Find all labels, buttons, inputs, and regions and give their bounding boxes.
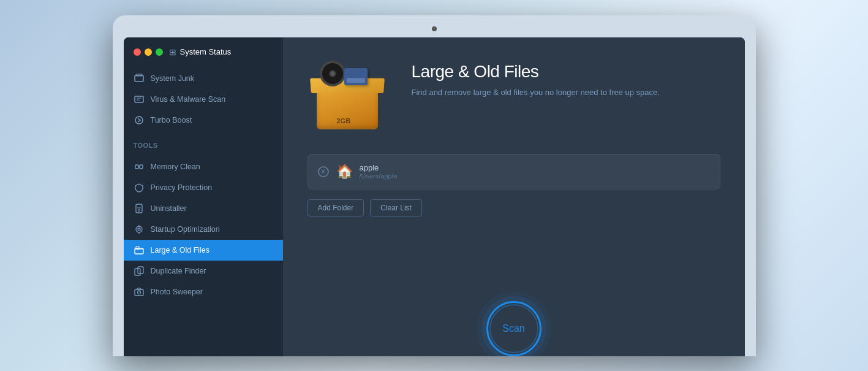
sidebar: ⊞ System Status System Junk [124, 37, 283, 356]
sidebar-item-large-old-files[interactable]: Large & Old Files [124, 240, 283, 261]
sidebar-label-large-old-files: Large & Old Files [151, 246, 210, 254]
sidebar-header: ⊞ System Status [124, 37, 283, 63]
svg-point-11 [138, 209, 140, 211]
startup-optimization-icon [134, 224, 145, 235]
camera [432, 26, 437, 31]
close-button[interactable] [134, 48, 141, 56]
laptop-frame: ⊞ System Status System Junk [113, 15, 756, 356]
virus-scan-icon [134, 94, 145, 105]
page-title: Large & Old Files [412, 62, 660, 82]
svg-rect-6 [135, 165, 138, 169]
sidebar-item-photo-sweeper[interactable]: Photo Sweeper [124, 281, 283, 302]
sidebar-label-privacy-protection: Privacy Protection [151, 183, 213, 192]
feature-icon: 2GB [308, 56, 393, 136]
sidebar-item-virus-scan[interactable]: Virus & Malware Scan [124, 89, 283, 110]
scan-button-area: Scan [486, 301, 542, 356]
sidebar-item-system-junk[interactable]: System Junk [124, 68, 283, 89]
memory-clean-icon [134, 161, 145, 172]
minimize-button[interactable] [145, 48, 152, 56]
photo-sweeper-icon [134, 286, 145, 297]
svg-point-12 [136, 226, 142, 232]
action-buttons: Add Folder Clear List [308, 199, 720, 216]
system-junk-icon [134, 73, 145, 84]
sidebar-item-memory-clean[interactable]: Memory Clean [124, 156, 283, 177]
duplicate-finder-icon [134, 266, 145, 277]
clear-list-button[interactable]: Clear List [370, 199, 422, 216]
sidebar-label-system-junk: System Junk [151, 74, 195, 83]
svg-point-21 [137, 291, 140, 294]
sidebar-label-turbo-boost: Turbo Boost [151, 116, 192, 124]
system-status-label: System Status [180, 47, 232, 56]
sidebar-item-turbo-boost[interactable]: Turbo Boost [124, 110, 283, 131]
folder-info: apple /Users/apple [360, 163, 398, 180]
folder-entry: × 🏠 apple /Users/apple [308, 154, 720, 189]
laptop-screen: ⊞ System Status System Junk [124, 37, 745, 356]
folder-path: /Users/apple [360, 172, 398, 180]
folder-name: apple [360, 163, 398, 172]
sidebar-item-startup-optimization[interactable]: Startup Optimization [124, 219, 283, 240]
page-subtitle: Find and remove large & old files you no… [412, 86, 660, 99]
svg-point-5 [135, 117, 143, 124]
scan-button[interactable]: Scan [486, 301, 542, 356]
sidebar-item-privacy-protection[interactable]: Privacy Protection [124, 177, 283, 198]
uninstaller-icon [134, 203, 145, 214]
sidebar-label-photo-sweeper: Photo Sweeper [151, 288, 203, 296]
sidebar-label-uninstaller: Uninstaller [151, 204, 187, 213]
tools-section-label: Tools [124, 136, 283, 151]
scan-label: Scan [502, 323, 524, 334]
tools-nav: Memory Clean Privacy Protection [124, 151, 283, 307]
sidebar-item-duplicate-finder[interactable]: Duplicate Finder [124, 261, 283, 281]
sidebar-label-startup-optimization: Startup Optimization [151, 225, 220, 234]
svg-rect-7 [140, 165, 143, 169]
sidebar-nav: System Junk Virus & Malware Scan [124, 63, 283, 136]
add-folder-button[interactable]: Add Folder [308, 199, 364, 216]
feature-title-area: Large & Old Files Find and remove large … [412, 56, 660, 99]
maximize-button[interactable] [156, 48, 163, 56]
sidebar-item-uninstaller[interactable]: Uninstaller [124, 198, 283, 219]
svg-rect-2 [135, 96, 143, 102]
home-icon: 🏠 [336, 163, 353, 180]
feature-header: 2GB Large & O [308, 56, 720, 136]
sidebar-label-virus-scan: Virus & Malware Scan [151, 95, 226, 104]
sidebar-label-memory-clean: Memory Clean [151, 163, 200, 171]
remove-folder-button[interactable]: × [318, 166, 329, 177]
svg-point-13 [138, 228, 140, 231]
turbo-boost-icon [134, 115, 145, 126]
large-old-files-icon [134, 245, 145, 256]
box-label: 2GB [337, 117, 351, 124]
sidebar-label-duplicate-finder: Duplicate Finder [151, 267, 206, 275]
system-status-icon: ⊞ [169, 47, 176, 57]
main-content: 2GB Large & O [283, 37, 745, 356]
traffic-lights [134, 48, 163, 56]
privacy-protection-icon [134, 182, 145, 193]
